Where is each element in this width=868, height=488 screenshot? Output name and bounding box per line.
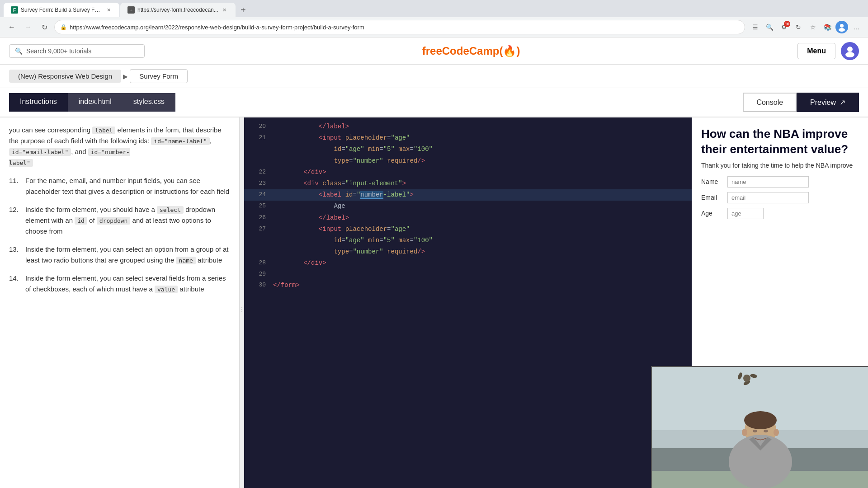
line-content-26: </label>: [273, 212, 684, 224]
tab-css[interactable]: styles.css: [123, 93, 175, 112]
more-options-icon[interactable]: …: [850, 21, 863, 33]
line-content-22: </div>: [273, 167, 684, 178]
token: [383, 157, 387, 164]
instruction-10-text: you can see corresponding label elements…: [9, 125, 230, 168]
extensions-icon[interactable]: ⚙ 10: [778, 21, 790, 33]
token: [364, 237, 368, 244]
console-preview-group: Console Preview ↗: [743, 93, 859, 112]
zoom-icon[interactable]: 🔍: [763, 21, 776, 33]
code-line-22: 22 </div>: [244, 167, 692, 178]
nav-bar: ← → ↻ 🔒 https://www.freecodecamp.org/lea…: [0, 17, 868, 37]
external-link-icon: ↗: [840, 98, 845, 107]
profile-avatar[interactable]: [835, 21, 848, 33]
token-highlight: number: [360, 191, 383, 199]
code-editor-panel[interactable]: 20 </label>21 <input placeholder="age" i…: [244, 117, 692, 488]
code-line-25: 25 Age: [244, 201, 692, 212]
token: -label": [383, 191, 410, 198]
instruction-11-text: For the name, email, and number input fi…: [25, 175, 230, 197]
token: type: [334, 157, 349, 164]
line-number-25: 25: [251, 201, 266, 211]
token: min: [368, 145, 379, 153]
token: "age": [391, 225, 410, 233]
search-bar[interactable]: 🔍 Search 9,000+ tutorials: [9, 44, 145, 58]
survey-email-label: Email: [701, 194, 724, 201]
token: [319, 180, 322, 187]
preview-button[interactable]: Preview ↗: [797, 93, 859, 112]
survey-email-field: Email: [701, 192, 859, 203]
survey-title: How can the NBA improve their entertainm…: [701, 127, 859, 157]
user-avatar[interactable]: [841, 42, 859, 60]
line-content-28: </div>: [273, 258, 684, 269]
token: "input-element": [345, 180, 402, 187]
favorites-icon[interactable]: ☆: [807, 21, 819, 33]
token: "number": [353, 248, 383, 255]
instruction-11-num: 11.: [9, 175, 22, 197]
survey-age-field: Age: [701, 208, 859, 219]
instruction-13-num: 13.: [9, 244, 22, 266]
svg-point-18: [742, 429, 747, 436]
menu-button[interactable]: Menu: [797, 43, 835, 59]
breadcrumb-project[interactable]: Survey Form: [130, 69, 188, 83]
refresh-ext-icon[interactable]: ↻: [792, 21, 805, 33]
code-email-label: id="email-label": [9, 148, 71, 156]
resize-handle[interactable]: ⋮: [240, 117, 244, 488]
reader-icon[interactable]: ☰: [749, 21, 761, 33]
token: [273, 191, 319, 198]
video-overlay: [651, 366, 868, 488]
instruction-12-num: 12.: [9, 204, 22, 237]
instruction-14-text: Inside the form element, you can select …: [25, 273, 230, 295]
survey-description: Thank you for taking the time to help th…: [701, 162, 859, 169]
tabs-bar: F Survey Form: Build a Survey For... ✕ →…: [0, 0, 868, 17]
token: "100": [414, 237, 433, 244]
code-line-20: 20 </label>: [244, 121, 692, 132]
token: required: [387, 157, 417, 164]
reload-button[interactable]: ↻: [38, 21, 51, 33]
token: </label>: [319, 214, 349, 221]
svg-point-12: [743, 375, 750, 382]
survey-name-input[interactable]: [727, 176, 809, 188]
editor-tabs-bar: Instructions index.html styles.css Conso…: [0, 88, 868, 117]
code-select: select: [157, 206, 184, 214]
token: min: [368, 237, 379, 244]
code-line-27: 27 <input placeholder="age" id="age" min…: [244, 224, 692, 258]
token: id: [334, 145, 341, 153]
code-name-label: id="name-label": [151, 137, 209, 145]
breadcrumb-course[interactable]: (New) Responsive Web Design: [9, 70, 121, 83]
console-button[interactable]: Console: [743, 93, 797, 112]
token: "5": [383, 237, 395, 244]
code-value: value: [155, 286, 178, 293]
token: placeholder: [345, 225, 387, 233]
survey-name-field: Name: [701, 176, 859, 188]
tab-2[interactable]: → https://survey-form.freecodecan... ✕: [120, 3, 236, 17]
tab-2-close[interactable]: ✕: [221, 6, 228, 14]
tab-1-close[interactable]: ✕: [105, 6, 112, 14]
back-button[interactable]: ←: [5, 21, 18, 33]
line-content-25: Age: [273, 201, 684, 212]
token: >: [410, 191, 414, 198]
search-icon: 🔍: [15, 47, 23, 55]
new-tab-button[interactable]: +: [236, 3, 250, 17]
tab-instructions[interactable]: Instructions: [9, 93, 68, 112]
survey-email-input[interactable]: [727, 192, 809, 203]
forward-button[interactable]: →: [22, 21, 34, 33]
code-dropdown: dropdown: [97, 217, 131, 225]
preview-label: Preview: [810, 99, 836, 107]
token: "age": [345, 237, 364, 244]
token: />: [417, 248, 425, 255]
tab-1[interactable]: F Survey Form: Build a Survey For... ✕: [4, 3, 119, 17]
address-bar[interactable]: 🔒 https://www.freecodecamp.org/learn/202…: [54, 20, 745, 34]
svg-point-2: [847, 47, 853, 52]
code-line-24: 24 <label id="number-label">: [244, 189, 692, 201]
code-line-21: 21 <input placeholder="age" id="age" min…: [244, 132, 692, 167]
survey-age-input[interactable]: [727, 208, 764, 219]
token: />: [417, 157, 425, 164]
tab-html[interactable]: index.html: [68, 93, 123, 112]
token: [364, 145, 368, 153]
address-text: https://www.freecodecamp.org/learn/2022/…: [70, 24, 364, 31]
token: [341, 134, 345, 141]
token: =: [379, 145, 383, 153]
line-content-23: <div class="input-element">: [273, 178, 684, 189]
token: [341, 225, 345, 233]
instructions-panel: you can see corresponding label elements…: [0, 117, 240, 488]
collections-icon[interactable]: 📚: [821, 21, 834, 33]
